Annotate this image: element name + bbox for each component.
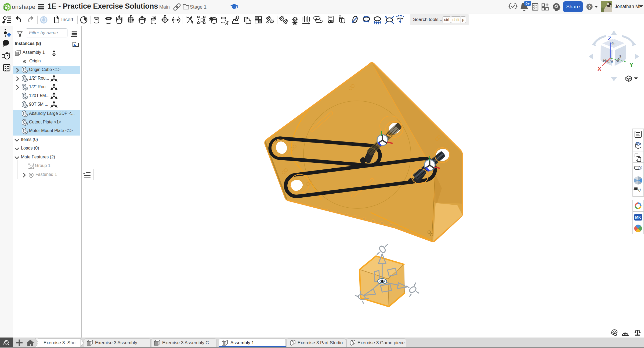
svg-text:X: X	[598, 66, 601, 72]
svg-text:9+: 9+	[526, 2, 530, 6]
svg-text:?: ?	[588, 5, 591, 10]
svg-text:Z: Z	[608, 35, 611, 41]
svg-text:MK: MK	[635, 215, 641, 219]
svg-text:Y: Y	[629, 62, 633, 68]
svg-text:x): x)	[637, 188, 641, 192]
